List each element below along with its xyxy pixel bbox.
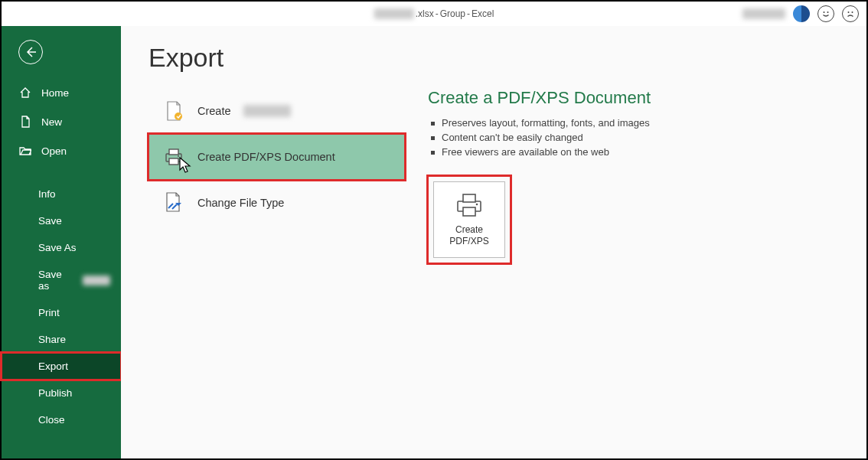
new-file-icon	[18, 115, 32, 129]
svg-point-4	[175, 113, 182, 120]
sidebar-item-export[interactable]: Export	[2, 353, 121, 380]
detail-bullet: Preserves layout, formatting, fonts, and…	[428, 116, 651, 130]
sidebar-label-home: Home	[41, 87, 69, 99]
filename-hidden: ________	[374, 8, 414, 19]
sidebar-label-save: Save	[38, 215, 62, 227]
sidebar-label-export: Export	[38, 360, 68, 372]
open-folder-icon	[18, 144, 32, 158]
export-detail-column: Create a PDF/XPS Document Preserves layo…	[428, 88, 651, 263]
detail-bullet: Free viewers are available on the web	[428, 145, 651, 159]
home-icon	[18, 86, 32, 100]
create-pdf-xps-button[interactable]: Create PDF/XPS	[433, 181, 505, 258]
main-content: Export Create ______ Create PDF/XPS Docu…	[121, 26, 866, 458]
sidebar-label-close: Close	[38, 414, 65, 426]
export-option-create-pdf[interactable]: Create PDF/XPS Document	[148, 134, 405, 180]
document-addon-icon	[162, 100, 185, 122]
sidebar-label-save-as: Save As	[38, 242, 77, 253]
create-pdf-xps-label: Create PDF/XPS	[449, 224, 488, 247]
printer-pdf-icon	[162, 145, 185, 168]
sidebar-label-save-as-addon: Save as	[38, 269, 73, 292]
sidebar-item-save-as[interactable]: Save As	[2, 234, 121, 261]
frown-feedback-icon[interactable]	[842, 5, 859, 22]
svg-rect-10	[463, 194, 475, 202]
smile-feedback-icon[interactable]	[817, 5, 834, 22]
sidebar-item-new[interactable]: New	[2, 107, 121, 136]
backstage-sidebar: Home New Open Info Save Save As Save as …	[2, 26, 121, 458]
sidebar-label-new: New	[41, 116, 62, 128]
title-bar: ________ .xlsx - Group - Excel ________	[2, 2, 866, 26]
svg-point-2	[848, 11, 850, 13]
svg-rect-6	[169, 149, 178, 155]
printer-icon	[455, 192, 484, 218]
detail-bullets: Preserves layout, formatting, fonts, and…	[428, 116, 651, 159]
window-title: ________ .xlsx - Group - Excel	[374, 8, 494, 19]
svg-rect-7	[169, 158, 178, 165]
sidebar-label-share: Share	[38, 334, 66, 345]
detail-heading: Create a PDF/XPS Document	[428, 88, 651, 108]
export-option-change-file-type[interactable]: Change File Type	[148, 180, 405, 226]
export-options-column: Create ______ Create PDF/XPS Document Ch…	[148, 88, 405, 263]
page-title: Export	[148, 43, 866, 73]
back-button[interactable]	[18, 40, 43, 64]
svg-point-8	[178, 155, 179, 157]
svg-point-3	[852, 11, 853, 13]
sidebar-label-publish: Publish	[38, 387, 72, 399]
svg-point-0	[824, 11, 825, 13]
export-option-label: Create PDF/XPS Document	[197, 151, 335, 163]
change-file-type-icon	[162, 191, 185, 214]
username-hidden: ________	[742, 8, 785, 19]
sidebar-item-save[interactable]: Save	[2, 207, 121, 234]
sidebar-item-share[interactable]: Share	[2, 326, 121, 353]
user-avatar[interactable]	[793, 5, 810, 22]
sidebar-label-print: Print	[38, 307, 60, 318]
sidebar-label-info: Info	[38, 188, 56, 200]
sidebar-item-publish[interactable]: Publish	[2, 380, 121, 406]
export-option-label: Create	[197, 105, 231, 117]
detail-bullet: Content can't be easily changed	[428, 130, 651, 145]
sidebar-label-open: Open	[41, 145, 67, 157]
export-option-label: Change File Type	[197, 197, 284, 209]
export-option-create-addon[interactable]: Create ______	[148, 88, 405, 134]
sidebar-item-print[interactable]: Print	[2, 299, 121, 326]
sidebar-item-open[interactable]: Open	[2, 136, 121, 165]
svg-rect-11	[463, 207, 475, 216]
sidebar-item-home[interactable]: Home	[2, 78, 121, 107]
sidebar-item-info[interactable]: Info	[2, 181, 121, 207]
sidebar-item-save-as-addon[interactable]: Save as ______	[2, 261, 121, 299]
sidebar-item-close[interactable]: Close	[2, 406, 121, 433]
svg-point-1	[827, 11, 829, 13]
svg-point-12	[476, 204, 478, 206]
